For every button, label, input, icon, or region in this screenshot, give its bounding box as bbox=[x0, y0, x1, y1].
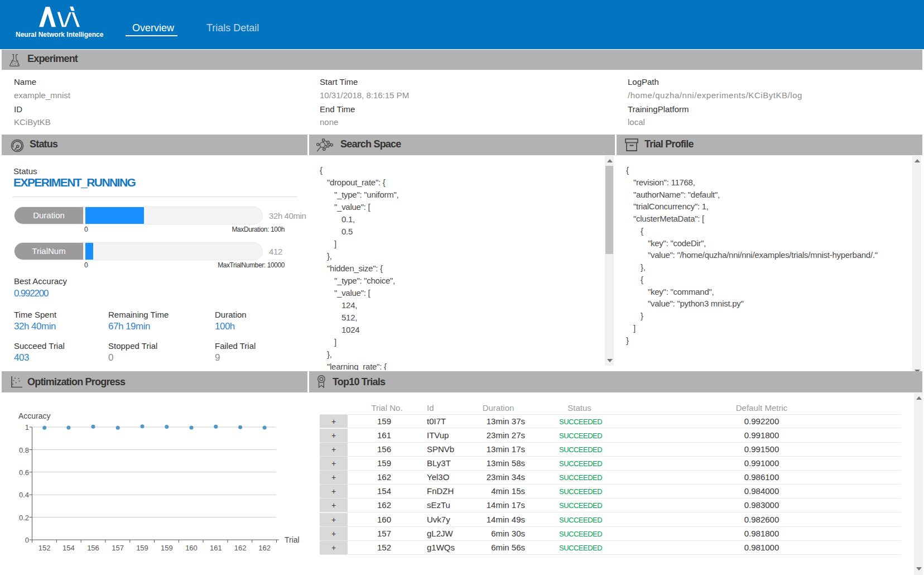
svg-text:160: 160 bbox=[185, 544, 198, 552]
svg-text:0.6: 0.6 bbox=[19, 468, 29, 477]
svg-text:0.2: 0.2 bbox=[19, 514, 29, 522]
svg-text:159: 159 bbox=[161, 544, 173, 552]
svg-text:0.8: 0.8 bbox=[19, 446, 29, 454]
svg-text:152: 152 bbox=[38, 544, 51, 552]
svg-text:156: 156 bbox=[87, 544, 99, 552]
svg-text:1: 1 bbox=[25, 423, 29, 432]
svg-text:162: 162 bbox=[234, 544, 247, 552]
svg-text:157: 157 bbox=[112, 544, 124, 552]
svg-text:161: 161 bbox=[210, 544, 222, 552]
svg-text:162: 162 bbox=[258, 544, 271, 552]
svg-text:0: 0 bbox=[25, 536, 29, 544]
svg-text:159: 159 bbox=[136, 544, 148, 552]
svg-text:154: 154 bbox=[62, 544, 75, 552]
svg-text:Trial: Trial bbox=[285, 535, 300, 544]
svg-text:0.4: 0.4 bbox=[19, 491, 29, 499]
svg-text:Accuracy: Accuracy bbox=[18, 411, 51, 420]
